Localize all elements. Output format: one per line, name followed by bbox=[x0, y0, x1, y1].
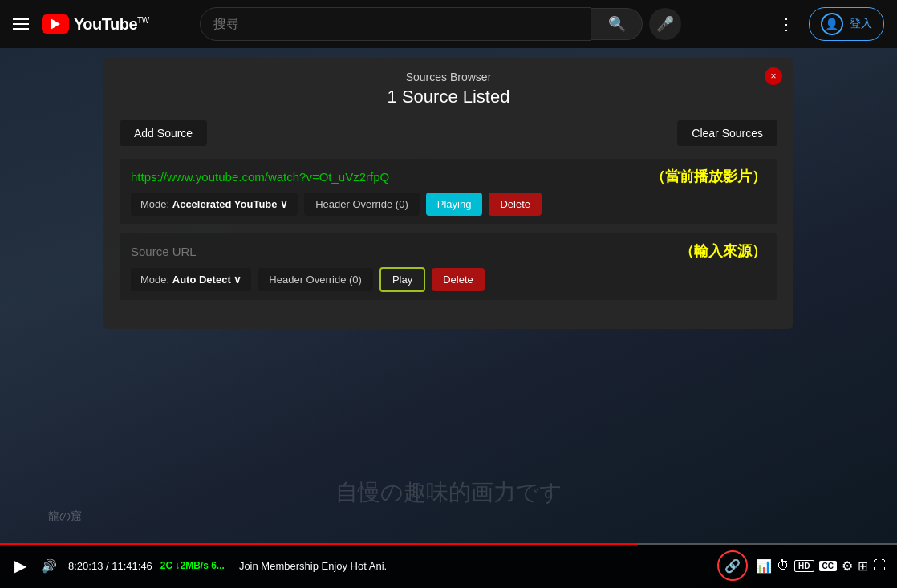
play-pause-button[interactable]: ▶ bbox=[11, 553, 30, 578]
search-input[interactable] bbox=[201, 8, 591, 40]
source-controls-2: Mode: Auto Detect ∨ Header Override (0) … bbox=[131, 267, 766, 292]
mode-button-1[interactable]: Mode: Accelerated YouTube ∨ bbox=[131, 193, 298, 216]
source-label-cn-1: （當前播放影片） bbox=[651, 167, 766, 186]
header-override-button-2[interactable]: Header Override (0) bbox=[258, 268, 373, 291]
link-icon-circle[interactable]: 🔗 bbox=[717, 550, 748, 581]
volume-button[interactable]: 🔊 bbox=[38, 555, 60, 577]
delete-button-2[interactable]: Delete bbox=[432, 268, 485, 291]
search-button[interactable]: 🔍 bbox=[591, 8, 643, 40]
progress-bar-container[interactable] bbox=[0, 543, 897, 545]
source-url-1: https://www.youtube.com/watch?v=Ot_uVz2r… bbox=[131, 170, 389, 184]
marquee-text: Join Membership Enjoy Hot Ani. bbox=[239, 560, 703, 572]
logo-sup: TW bbox=[137, 16, 149, 25]
timer-icon[interactable]: ⏱ bbox=[777, 558, 789, 573]
sources-browser-dialog: Sources Browser 1 Source Listed × Add So… bbox=[104, 58, 794, 329]
time-current: 8:20:13 bbox=[68, 560, 103, 572]
miniplayer-icon[interactable]: ⊞ bbox=[858, 558, 868, 574]
delete-button-1[interactable]: Delete bbox=[489, 193, 542, 216]
settings-icon[interactable]: ⚙ bbox=[842, 558, 853, 574]
ctrl-icons-right: 📊 ⏱ HD CC ⚙ ⊞ ⛶ bbox=[756, 558, 886, 574]
source-url-line-2: （輸入來源） bbox=[131, 241, 766, 261]
progress-bar-fill bbox=[0, 543, 637, 545]
waveform-icon[interactable]: 📊 bbox=[756, 558, 772, 574]
search-input-wrap bbox=[200, 7, 591, 41]
dialog-title: Sources Browser bbox=[120, 71, 777, 83]
source-label-cn-2: （輸入來源） bbox=[680, 241, 766, 261]
source-row-2: （輸入來源） Mode: Auto Detect ∨ Header Overri… bbox=[120, 233, 777, 300]
clear-sources-button[interactable]: Clear Sources bbox=[677, 120, 777, 146]
logo-text-label: YouTube bbox=[74, 15, 137, 33]
mode-value-1: Accelerated YouTube ∨ bbox=[172, 198, 288, 210]
dialog-subtitle: 1 Source Listed bbox=[120, 87, 777, 107]
hamburger-menu[interactable] bbox=[13, 18, 29, 30]
mode-label-1: Mode: bbox=[140, 198, 169, 210]
signin-label: 登入 bbox=[850, 17, 872, 31]
youtube-logo-icon bbox=[42, 14, 69, 34]
source-row-1: https://www.youtube.com/watch?v=Ot_uVz2r… bbox=[120, 159, 777, 224]
search-container: 🔍 🎤 bbox=[200, 7, 681, 41]
cc-badge[interactable]: CC bbox=[819, 561, 837, 571]
header-right: ⋮ 👤 登入 bbox=[770, 7, 884, 41]
hd-badge[interactable]: HD bbox=[794, 560, 814, 572]
play-button-2[interactable]: Play bbox=[380, 267, 425, 292]
header-override-button-1[interactable]: Header Override (0) bbox=[304, 193, 420, 216]
dialog-actions-top: Add Source Clear Sources bbox=[120, 120, 777, 146]
control-bar: ▶ 🔊 8:20:13 / 11:41:46 2C ↓2MB/s 6... Jo… bbox=[0, 543, 897, 588]
video-watermark: 龍の窟 bbox=[48, 509, 82, 524]
more-options-button[interactable]: ⋮ bbox=[770, 8, 802, 40]
signin-icon: 👤 bbox=[821, 13, 843, 35]
source-url-input-2[interactable] bbox=[131, 245, 575, 258]
video-bg-text: 自慢の趣味的画力です bbox=[335, 477, 562, 508]
mode-label-2: Mode: bbox=[140, 274, 169, 286]
source-controls-1: Mode: Accelerated YouTube ∨ Header Overr… bbox=[131, 193, 766, 216]
time-total: 11:41:46 bbox=[112, 560, 152, 572]
playing-button-1[interactable]: Playing bbox=[426, 193, 483, 216]
youtube-logo-text: YouTubeTW bbox=[74, 15, 149, 34]
fullscreen-icon[interactable]: ⛶ bbox=[873, 558, 886, 573]
signin-button[interactable]: 👤 登入 bbox=[809, 7, 884, 41]
mode-value-2: Auto Detect ∨ bbox=[172, 274, 242, 286]
youtube-logo[interactable]: YouTubeTW bbox=[42, 14, 149, 34]
source-url-line-1: https://www.youtube.com/watch?v=Ot_uVz2r… bbox=[131, 167, 766, 186]
speed-indicator: 2C ↓2MB/s 6... bbox=[160, 560, 225, 571]
youtube-header: YouTubeTW 🔍 🎤 ⋮ 👤 登入 bbox=[0, 0, 897, 48]
time-display: 8:20:13 / 11:41:46 bbox=[68, 560, 152, 572]
add-source-button[interactable]: Add Source bbox=[120, 120, 207, 146]
dialog-close-button[interactable]: × bbox=[765, 67, 782, 85]
video-area: 龍の窟 自慢の趣味的画力です Sources Browser 1 Source … bbox=[0, 48, 897, 588]
mode-button-2[interactable]: Mode: Auto Detect ∨ bbox=[131, 268, 251, 291]
mic-button[interactable]: 🎤 bbox=[649, 8, 681, 40]
